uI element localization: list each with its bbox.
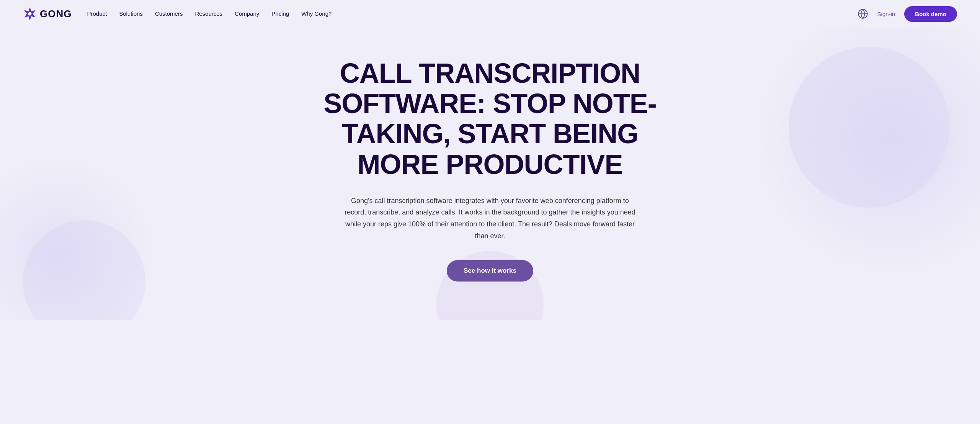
- hero-description: Gong's call transcription software integ…: [345, 195, 635, 242]
- deco-circle-bottom-left: [23, 220, 145, 320]
- logo-link[interactable]: GONG: [23, 7, 72, 21]
- nav-right: Sign-in Book demo: [858, 6, 957, 22]
- nav-item-customers[interactable]: Customers: [155, 10, 183, 17]
- logo-text: GONG: [40, 8, 72, 20]
- nav-item-why-gong[interactable]: Why Gong?: [301, 10, 332, 17]
- nav-link-resources[interactable]: Resources: [195, 10, 222, 17]
- svg-point-0: [28, 12, 32, 16]
- nav-item-pricing[interactable]: Pricing: [271, 10, 289, 17]
- nav-links: Product Solutions Customers Resources Co…: [87, 10, 332, 17]
- hero-content: CALL TRANSCRIPTION SOFTWARE: STOP NOTE-T…: [306, 58, 674, 282]
- hero-section: CALL TRANSCRIPTION SOFTWARE: STOP NOTE-T…: [0, 28, 980, 320]
- sign-in-link[interactable]: Sign-in: [877, 11, 895, 17]
- nav-item-resources[interactable]: Resources: [195, 10, 222, 17]
- nav-link-customers[interactable]: Customers: [155, 10, 183, 17]
- see-how-it-works-button[interactable]: See how it works: [447, 260, 533, 282]
- globe-icon[interactable]: [858, 8, 868, 19]
- book-demo-button[interactable]: Book demo: [904, 6, 957, 22]
- navbar: GONG Product Solutions Customers Resourc…: [0, 0, 980, 28]
- deco-circle-right: [789, 47, 949, 208]
- hero-title: CALL TRANSCRIPTION SOFTWARE: STOP NOTE-T…: [306, 58, 674, 180]
- nav-link-why-gong[interactable]: Why Gong?: [301, 10, 332, 17]
- logo-icon: [23, 7, 37, 21]
- nav-link-product[interactable]: Product: [87, 10, 107, 17]
- nav-link-solutions[interactable]: Solutions: [119, 10, 143, 17]
- nav-item-solutions[interactable]: Solutions: [119, 10, 143, 17]
- nav-item-product[interactable]: Product: [87, 10, 107, 17]
- nav-link-pricing[interactable]: Pricing: [271, 10, 289, 17]
- nav-left: GONG Product Solutions Customers Resourc…: [23, 7, 332, 21]
- nav-item-company[interactable]: Company: [235, 10, 259, 17]
- nav-link-company[interactable]: Company: [235, 10, 259, 17]
